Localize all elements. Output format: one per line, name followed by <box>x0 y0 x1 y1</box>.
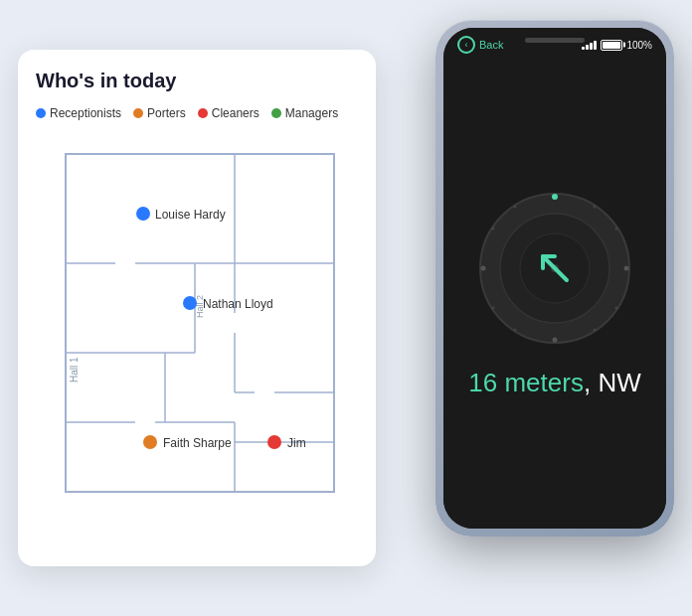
dot-nathan[interactable] <box>183 296 197 310</box>
svg-point-20 <box>552 194 558 200</box>
dot-faith[interactable] <box>143 435 157 449</box>
legend: Receptionists Porters Cleaners Managers <box>36 106 358 120</box>
hall1-label: Hall 1 <box>69 357 80 383</box>
label-louise: Louise Hardy <box>155 208 226 222</box>
legend-dot-porters <box>133 108 143 118</box>
svg-point-24 <box>594 205 597 208</box>
legend-cleaners: Cleaners <box>198 106 260 120</box>
legend-managers: Managers <box>271 106 338 120</box>
compass-area: 16 meters, NW <box>443 58 666 529</box>
legend-label-managers: Managers <box>285 106 338 120</box>
phone-screen: ‹ Back 100% <box>443 28 666 529</box>
back-label[interactable]: Back <box>479 39 503 51</box>
scene: Who's in today Receptionists Porters Cle… <box>18 20 674 596</box>
legend-label-cleaners: Cleaners <box>212 106 260 120</box>
battery-icon <box>601 40 622 51</box>
compass-arrow-container <box>525 238 585 298</box>
legend-dot-managers <box>271 108 281 118</box>
dot-louise[interactable] <box>136 207 150 221</box>
floorplan-card: Who's in today Receptionists Porters Cle… <box>18 50 376 566</box>
distance-separator: , <box>584 368 591 397</box>
legend-receptionists: Receptionists <box>36 106 121 120</box>
compass-ring <box>475 189 634 348</box>
label-faith: Faith Sharpe <box>163 436 232 450</box>
svg-point-30 <box>492 227 495 230</box>
back-button[interactable]: ‹ <box>457 36 475 54</box>
label-jim: Jim <box>287 436 306 450</box>
status-right: 100% <box>582 40 652 51</box>
card-title: Who's in today <box>36 70 358 92</box>
floorplan-svg: Hall 1 Hall 2 Louise Hardy Nathan Lloyd … <box>36 134 354 512</box>
svg-point-31 <box>514 205 517 208</box>
legend-label-receptionists: Receptionists <box>50 106 121 120</box>
distance-direction: NW <box>598 368 640 397</box>
signal-icon <box>582 41 597 50</box>
svg-point-25 <box>615 227 618 230</box>
distance-display: 16 meters, NW <box>468 368 640 398</box>
svg-point-21 <box>624 265 629 270</box>
svg-point-29 <box>492 306 495 309</box>
legend-porters: Porters <box>133 106 186 120</box>
phone-device: ‹ Back 100% <box>435 20 674 537</box>
status-bar: ‹ Back 100% <box>443 28 666 58</box>
svg-point-27 <box>594 328 597 331</box>
svg-line-32 <box>543 256 567 280</box>
dot-jim[interactable] <box>267 435 281 449</box>
compass-arrow-svg <box>525 238 585 298</box>
legend-dot-receptionists <box>36 108 46 118</box>
legend-dot-cleaners <box>198 108 208 118</box>
svg-point-26 <box>615 306 618 309</box>
battery-label: 100% <box>626 40 652 51</box>
legend-label-porters: Porters <box>147 106 186 120</box>
floorplan-area: Hall 1 Hall 2 Louise Hardy Nathan Lloyd … <box>36 134 358 522</box>
status-left: ‹ Back <box>457 36 503 54</box>
phone-notch <box>525 38 585 43</box>
label-nathan: Nathan Lloyd <box>203 297 273 311</box>
distance-value: 16 meters <box>468 368 584 397</box>
svg-point-22 <box>553 337 558 342</box>
svg-point-23 <box>481 265 486 270</box>
svg-point-28 <box>514 328 517 331</box>
